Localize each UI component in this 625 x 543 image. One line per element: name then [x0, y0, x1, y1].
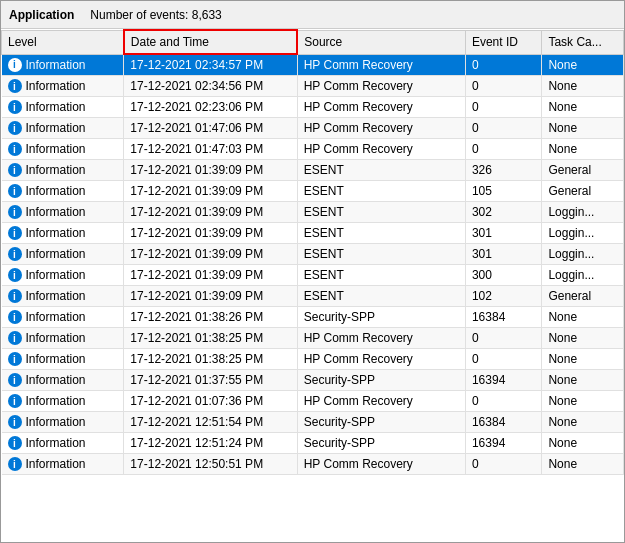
cell-datetime: 17-12-2021 02:23:06 PM — [124, 97, 297, 118]
cell-eventid: 16384 — [465, 412, 541, 433]
cell-taskcat: General — [542, 160, 624, 181]
table-row[interactable]: iInformation17-12-2021 01:47:03 PMHP Com… — [2, 139, 624, 160]
col-header-source[interactable]: Source — [297, 30, 465, 54]
table-row[interactable]: iInformation17-12-2021 01:39:09 PMESENT3… — [2, 202, 624, 223]
cell-eventid: 0 — [465, 454, 541, 475]
cell-level: iInformation — [2, 97, 124, 118]
cell-datetime: 17-12-2021 12:51:24 PM — [124, 433, 297, 454]
table-row[interactable]: iInformation17-12-2021 01:38:26 PMSecuri… — [2, 307, 624, 328]
level-text: Information — [26, 457, 86, 471]
table-row[interactable]: iInformation17-12-2021 01:39:09 PMESENT3… — [2, 160, 624, 181]
cell-taskcat: Loggin... — [542, 223, 624, 244]
info-icon: i — [8, 331, 22, 345]
level-text: Information — [26, 205, 86, 219]
info-icon: i — [8, 394, 22, 408]
level-text: Information — [26, 373, 86, 387]
cell-eventid: 16394 — [465, 433, 541, 454]
info-icon: i — [8, 226, 22, 240]
table-row[interactable]: iInformation17-12-2021 01:39:09 PMESENT1… — [2, 286, 624, 307]
info-icon: i — [8, 436, 22, 450]
info-icon: i — [8, 268, 22, 282]
cell-level: iInformation — [2, 307, 124, 328]
info-icon: i — [8, 415, 22, 429]
level-text: Information — [26, 100, 86, 114]
cell-eventid: 0 — [465, 328, 541, 349]
table-row[interactable]: iInformation17-12-2021 01:39:09 PMESENT3… — [2, 265, 624, 286]
cell-datetime: 17-12-2021 01:38:26 PM — [124, 307, 297, 328]
cell-level: iInformation — [2, 76, 124, 97]
cell-source: Security-SPP — [297, 433, 465, 454]
table-row[interactable]: iInformation17-12-2021 01:39:09 PMESENT1… — [2, 181, 624, 202]
cell-datetime: 17-12-2021 01:07:36 PM — [124, 391, 297, 412]
col-header-datetime[interactable]: Date and Time — [124, 30, 297, 54]
cell-eventid: 301 — [465, 244, 541, 265]
cell-level: iInformation — [2, 349, 124, 370]
cell-datetime: 17-12-2021 01:39:09 PM — [124, 244, 297, 265]
level-text: Information — [26, 415, 86, 429]
col-header-taskcat[interactable]: Task Ca... — [542, 30, 624, 54]
table-row[interactable]: iInformation17-12-2021 02:34:57 PMHP Com… — [2, 54, 624, 76]
app-title: Application — [9, 8, 74, 22]
info-icon: i — [8, 79, 22, 93]
level-text: Information — [26, 289, 86, 303]
table-row[interactable]: iInformation17-12-2021 01:07:36 PMHP Com… — [2, 391, 624, 412]
cell-datetime: 17-12-2021 01:37:55 PM — [124, 370, 297, 391]
cell-datetime: 17-12-2021 01:38:25 PM — [124, 328, 297, 349]
info-icon: i — [8, 205, 22, 219]
cell-datetime: 17-12-2021 01:39:09 PM — [124, 202, 297, 223]
cell-eventid: 326 — [465, 160, 541, 181]
cell-eventid: 102 — [465, 286, 541, 307]
cell-level: iInformation — [2, 328, 124, 349]
title-bar: Application Number of events: 8,633 — [1, 1, 624, 29]
cell-datetime: 17-12-2021 12:50:51 PM — [124, 454, 297, 475]
info-icon: i — [8, 247, 22, 261]
info-icon: i — [8, 121, 22, 135]
cell-taskcat: General — [542, 286, 624, 307]
table-row[interactable]: iInformation17-12-2021 01:38:25 PMHP Com… — [2, 349, 624, 370]
cell-taskcat: None — [542, 118, 624, 139]
cell-source: HP Comm Recovery — [297, 76, 465, 97]
level-text: Information — [26, 331, 86, 345]
cell-taskcat: None — [542, 370, 624, 391]
cell-datetime: 17-12-2021 01:47:06 PM — [124, 118, 297, 139]
table-row[interactable]: iInformation17-12-2021 12:51:54 PMSecuri… — [2, 412, 624, 433]
table-container: Level Date and Time Source Event ID Task… — [1, 29, 624, 542]
cell-level: iInformation — [2, 202, 124, 223]
cell-eventid: 0 — [465, 54, 541, 76]
cell-level: iInformation — [2, 391, 124, 412]
info-icon: i — [8, 289, 22, 303]
table-row[interactable]: iInformation17-12-2021 01:37:55 PMSecuri… — [2, 370, 624, 391]
level-text: Information — [26, 394, 86, 408]
cell-source: HP Comm Recovery — [297, 139, 465, 160]
cell-taskcat: None — [542, 328, 624, 349]
table-row[interactable]: iInformation17-12-2021 02:34:56 PMHP Com… — [2, 76, 624, 97]
table-row[interactable]: iInformation17-12-2021 01:39:09 PMESENT3… — [2, 223, 624, 244]
level-text: Information — [26, 310, 86, 324]
cell-source: ESENT — [297, 202, 465, 223]
table-row[interactable]: iInformation17-12-2021 01:38:25 PMHP Com… — [2, 328, 624, 349]
cell-taskcat: None — [542, 454, 624, 475]
cell-taskcat: None — [542, 391, 624, 412]
col-header-level[interactable]: Level — [2, 30, 124, 54]
level-text: Information — [26, 226, 86, 240]
cell-source: HP Comm Recovery — [297, 54, 465, 76]
cell-source: ESENT — [297, 223, 465, 244]
cell-eventid: 0 — [465, 97, 541, 118]
cell-source: Security-SPP — [297, 370, 465, 391]
cell-level: iInformation — [2, 223, 124, 244]
cell-source: ESENT — [297, 286, 465, 307]
info-icon: i — [8, 142, 22, 156]
cell-source: ESENT — [297, 181, 465, 202]
table-row[interactable]: iInformation17-12-2021 02:23:06 PMHP Com… — [2, 97, 624, 118]
cell-level: iInformation — [2, 370, 124, 391]
col-header-eventid[interactable]: Event ID — [465, 30, 541, 54]
info-icon: i — [8, 58, 22, 72]
table-row[interactable]: iInformation17-12-2021 01:47:06 PMHP Com… — [2, 118, 624, 139]
events-count: Number of events: 8,633 — [90, 8, 221, 22]
cell-source: HP Comm Recovery — [297, 118, 465, 139]
table-row[interactable]: iInformation17-12-2021 12:51:24 PMSecuri… — [2, 433, 624, 454]
table-row[interactable]: iInformation17-12-2021 01:39:09 PMESENT3… — [2, 244, 624, 265]
cell-datetime: 17-12-2021 01:39:09 PM — [124, 265, 297, 286]
cell-taskcat: Loggin... — [542, 202, 624, 223]
table-row[interactable]: iInformation17-12-2021 12:50:51 PMHP Com… — [2, 454, 624, 475]
